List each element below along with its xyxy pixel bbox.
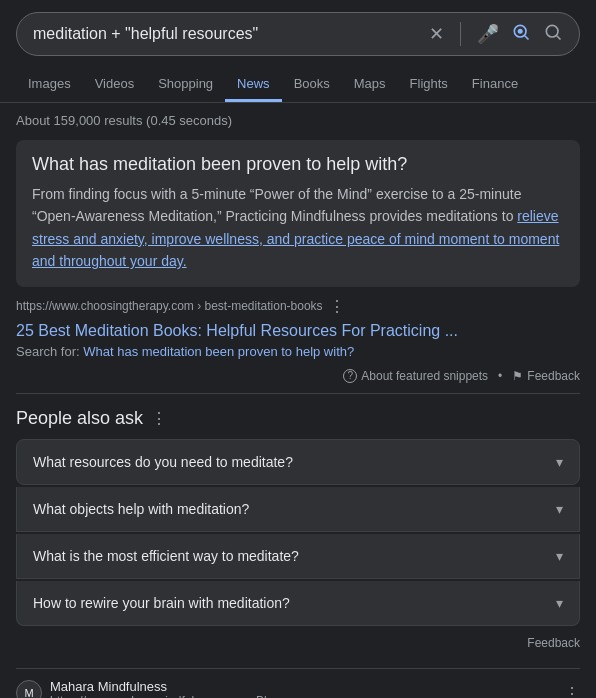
snippet-feedback-label: Feedback [527,369,580,383]
divider [460,22,461,46]
paa-feedback-btn[interactable]: Feedback [16,628,580,658]
nav-tabs: Images Videos Shopping News Books Maps F… [0,60,596,103]
paa-menu-icon[interactable]: ⋮ [151,409,167,428]
svg-point-3 [546,25,558,37]
search-for-link[interactable]: What has meditation been proven to help … [83,344,354,359]
chevron-down-icon-1: ▾ [556,454,563,470]
flag-icon: ⚑ [512,369,523,383]
tab-news[interactable]: News [225,68,282,102]
search-bar: meditation + "helpful resources" ✕ 🎤 [16,12,580,56]
search-input[interactable]: meditation + "helpful resources" [33,25,429,43]
tab-finance[interactable]: Finance [460,68,530,102]
tab-books[interactable]: Books [282,68,342,102]
mic-icon[interactable]: 🎤 [477,23,499,45]
question-icon: ? [343,369,357,383]
chevron-down-icon-2: ▾ [556,501,563,517]
paa-question-1: What resources do you need to meditate? [33,454,293,470]
organic-source: M Mahara Mindfulness https://www.maharam… [16,679,580,698]
tab-maps[interactable]: Maps [342,68,398,102]
paa-question-2: What objects help with meditation? [33,501,249,517]
svg-line-4 [557,35,561,39]
paa-section: People also ask ⋮ What resources do you … [16,408,580,658]
snippet-footer: ? About featured snippets • ⚑ Feedback [16,369,580,394]
result-link: 25 Best Meditation Books: Helpful Resour… [16,322,580,340]
paa-item-1[interactable]: What resources do you need to meditate? … [16,439,580,485]
snippet-question: What has meditation been proven to help … [32,154,564,175]
tab-flights[interactable]: Flights [398,68,460,102]
search-for: Search for: What has meditation been pro… [16,344,580,359]
result-title-link[interactable]: 25 Best Meditation Books: Helpful Resour… [16,322,458,339]
clear-icon[interactable]: ✕ [429,23,444,45]
about-snippets-label: About featured snippets [361,369,488,383]
paa-item-2[interactable]: What objects help with meditation? ▾ [16,487,580,532]
paa-item-3[interactable]: What is the most efficient way to medita… [16,534,580,579]
svg-point-1 [518,29,523,34]
paa-header: People also ask ⋮ [16,408,580,429]
site-icon: M [16,680,42,698]
paa-item-4[interactable]: How to rewire your brain with meditation… [16,581,580,626]
chevron-down-icon-3: ▾ [556,548,563,564]
chevron-down-icon-4: ▾ [556,595,563,611]
tab-shopping[interactable]: Shopping [146,68,225,102]
search-icon-group: ✕ 🎤 [429,22,563,47]
about-snippets-btn[interactable]: ? About featured snippets [343,369,488,383]
search-for-label: Search for: [16,344,80,359]
snippet-feedback-btn[interactable]: ⚑ Feedback [512,369,580,383]
tab-videos[interactable]: Videos [83,68,147,102]
paa-question-4: How to rewire your brain with meditation… [33,595,290,611]
site-info: Mahara Mindfulness https://www.maharamin… [50,679,280,698]
paa-question-3: What is the most efficient way to medita… [33,548,299,564]
source-menu-icon[interactable]: ⋮ [329,297,345,316]
featured-snippet: What has meditation been proven to help … [16,140,580,287]
search-bar-container: meditation + "helpful resources" ✕ 🎤 [0,0,596,56]
tab-images[interactable]: Images [16,68,83,102]
organic-menu-icon[interactable]: ⋮ [564,684,580,698]
search-submit-icon[interactable] [543,22,563,47]
snippet-text-before: From finding focus with a 5-minute “Powe… [32,186,521,224]
source-line: https://www.choosingtherapy.com › best-m… [16,297,580,316]
dot-separator: • [498,369,502,383]
site-url: https://www.maharamindfulness.com › Blog [50,694,280,698]
results-summary: About 159,000 results (0.45 seconds) [0,103,596,134]
svg-line-2 [525,36,529,40]
source-url: https://www.choosingtherapy.com › best-m… [16,299,323,313]
snippet-text: From finding focus with a 5-minute “Powe… [32,183,564,273]
paa-title: People also ask [16,408,143,429]
lens-icon[interactable] [511,22,531,46]
paa-feedback-label: Feedback [527,636,580,650]
organic-result: M Mahara Mindfulness https://www.maharam… [16,668,580,698]
site-name: Mahara Mindfulness [50,679,280,694]
